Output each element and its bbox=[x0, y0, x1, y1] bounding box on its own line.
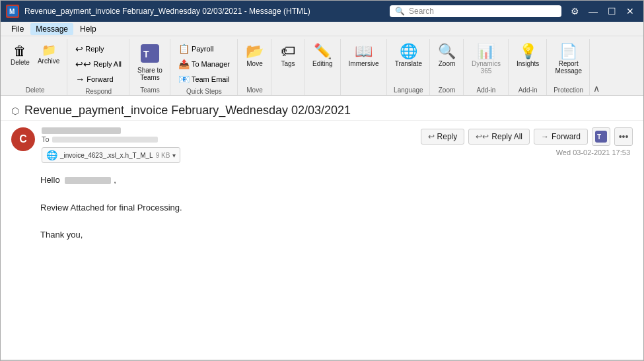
attachment-row: 🌐 _invoice_4623_.xsl_x.h_T_M_L 9 KB ▾ bbox=[42, 147, 180, 163]
email-subject: Revenue_payment_invoice February_Wednesd… bbox=[24, 104, 633, 117]
reply-button[interactable]: ↩ Reply bbox=[421, 129, 465, 145]
email-title-row: ⬡ Revenue_payment_invoice February_Wedne… bbox=[1, 96, 643, 121]
archive-icon: 📁 bbox=[42, 44, 56, 56]
forward-icon: → bbox=[75, 74, 85, 84]
editing-button[interactable]: ✏️ Editing bbox=[309, 42, 336, 70]
title-bar: M Revenue_payment_invoice February_Wedne… bbox=[1, 1, 643, 22]
search-box[interactable]: 🔍 Search bbox=[390, 5, 561, 17]
tags-group-content: 🏷 Tags bbox=[276, 39, 300, 94]
insights-group-content: 💡 Insights bbox=[513, 39, 542, 86]
email-content: ⬡ Revenue_payment_invoice February_Wedne… bbox=[1, 96, 643, 359]
attachment-size: 9 KB bbox=[156, 152, 170, 159]
ribbon-group-immersive: 📖 Immersive bbox=[341, 39, 387, 95]
editing-group-content: ✏️ Editing bbox=[309, 39, 336, 94]
reply-all-icon: ↩↩ bbox=[75, 59, 91, 69]
immersive-group-label bbox=[345, 94, 382, 95]
report-message-icon: 📄 bbox=[559, 44, 577, 59]
ribbon-group-dynamics: 📊 Dynamics365 Add-in bbox=[464, 39, 509, 95]
ribbon-collapse-button[interactable]: ∧ bbox=[590, 82, 602, 95]
insights-group-label: Add-in bbox=[513, 86, 542, 95]
editing-group-label bbox=[309, 94, 336, 95]
teams-reply-button[interactable]: T bbox=[592, 127, 610, 146]
report-message-label: ReportMessage bbox=[555, 60, 582, 75]
move-button[interactable]: 📂 Move bbox=[242, 42, 267, 70]
forward-ribbon-button[interactable]: → Forward bbox=[72, 72, 116, 86]
delete-button[interactable]: 🗑 Delete bbox=[7, 42, 33, 69]
translate-button[interactable]: 🌐 Translate bbox=[392, 42, 425, 70]
teams-icon: T bbox=[141, 44, 159, 65]
svg-text:T: T bbox=[597, 133, 601, 141]
minimize-button[interactable]: — bbox=[585, 3, 601, 19]
zoom-button[interactable]: 🔍 Zoom bbox=[435, 42, 459, 70]
ribbon: 🗑 Delete 📁 Archive Delete ↩ Reply ↩↩ Rep… bbox=[1, 36, 643, 96]
zoom-group-content: 🔍 Zoom bbox=[435, 39, 459, 86]
timestamp: Wed 03-02-2021 17:53 bbox=[556, 148, 633, 156]
forward-button[interactable]: → Forward bbox=[534, 129, 588, 145]
respond-group-content: ↩ Reply ↩↩ Reply All → Forward bbox=[72, 39, 125, 88]
attachment-box[interactable]: 🌐 _invoice_4623_.xsl_x.h_T_M_L 9 KB ▾ bbox=[42, 147, 180, 163]
attachment-dropdown-icon[interactable]: ▾ bbox=[172, 152, 176, 159]
to-manager-icon: 📤 bbox=[178, 59, 190, 69]
window-title: Revenue_payment_invoice February_Wednesd… bbox=[24, 7, 384, 16]
header-meta-right: ↩ Reply ↩↩ Reply All → Forward T ••• Wed… bbox=[421, 127, 633, 156]
teams-label: Share toTeams bbox=[137, 67, 162, 81]
zoom-label: Zoom bbox=[439, 60, 456, 67]
reply-ribbon-label: Reply bbox=[85, 45, 104, 53]
sender-name-row bbox=[42, 127, 180, 134]
dynamics-button[interactable]: 📊 Dynamics365 bbox=[468, 42, 504, 77]
dynamics-group-label: Add-in bbox=[468, 86, 504, 95]
to-manager-label: To Manager bbox=[192, 60, 230, 68]
translate-label: Translate bbox=[395, 60, 422, 67]
email-details: To 🌐 _invoice_4623_.xsl_x.h_T_M_L 9 KB ▾ bbox=[42, 127, 180, 163]
dynamics-label: Dynamics365 bbox=[472, 60, 501, 75]
reply-all-ribbon-label: Reply All bbox=[93, 60, 122, 68]
maximize-button[interactable]: ☐ bbox=[604, 3, 620, 19]
editing-icon: ✏️ bbox=[314, 44, 332, 59]
move-icon: 📂 bbox=[246, 44, 264, 59]
team-email-button[interactable]: 📧 Team Email bbox=[175, 72, 233, 86]
team-email-label: Team Email bbox=[192, 75, 229, 83]
help-icon[interactable]: ⚙ bbox=[567, 3, 583, 19]
reply-ribbon-button[interactable]: ↩ Reply bbox=[72, 42, 107, 56]
insights-icon: 💡 bbox=[519, 44, 537, 59]
archive-button[interactable]: 📁 Archive bbox=[34, 42, 63, 67]
more-options-button[interactable]: ••• bbox=[614, 127, 633, 146]
menu-help[interactable]: Help bbox=[75, 23, 102, 35]
payroll-label: Payroll bbox=[192, 45, 214, 53]
share-to-teams-button[interactable]: T Share toTeams bbox=[134, 42, 166, 84]
quicksteps-group-content: 📋 Payroll 📤 To Manager 📧 Team Email bbox=[175, 39, 233, 88]
insights-button[interactable]: 💡 Insights bbox=[513, 42, 542, 70]
payroll-button[interactable]: 📋 Payroll bbox=[175, 42, 217, 56]
immersive-button[interactable]: 📖 Immersive bbox=[345, 42, 382, 70]
delete-icon: 🗑 bbox=[13, 44, 26, 57]
reply-arrow-icon: ↩ bbox=[428, 132, 435, 141]
to-manager-button[interactable]: 📤 To Manager bbox=[175, 57, 233, 71]
sender-name-placeholder bbox=[42, 127, 121, 134]
dynamics-icon: 📊 bbox=[477, 44, 495, 59]
editing-label: Editing bbox=[312, 60, 333, 67]
ribbon-group-editing: ✏️ Editing bbox=[305, 39, 341, 95]
greeting-text: Hello bbox=[40, 175, 60, 185]
window-controls: ⚙ — ☐ ✕ bbox=[567, 3, 638, 19]
menu-message[interactable]: Message bbox=[30, 23, 73, 35]
reply-all-button[interactable]: ↩↩ Reply All bbox=[468, 129, 530, 145]
recipient-name-placeholder bbox=[65, 177, 111, 184]
delete-group-label: Delete bbox=[7, 86, 63, 95]
email-expand-icon[interactable]: ⬡ bbox=[11, 106, 19, 116]
immersive-icon: 📖 bbox=[355, 44, 373, 59]
teams-group-label: Teams bbox=[134, 86, 166, 95]
svg-text:T: T bbox=[143, 49, 149, 59]
tags-button[interactable]: 🏷 Tags bbox=[276, 42, 300, 70]
ribbon-group-move: 📂 Move Move bbox=[238, 39, 271, 95]
forward-button-label: Forward bbox=[552, 132, 581, 141]
reply-all-ribbon-button[interactable]: ↩↩ Reply All bbox=[72, 57, 125, 71]
report-message-button[interactable]: 📄 ReportMessage bbox=[552, 42, 585, 77]
immersive-group-content: 📖 Immersive bbox=[345, 39, 382, 94]
close-button[interactable]: ✕ bbox=[622, 3, 638, 19]
email-body: Hello , Review Attached for final Proces… bbox=[1, 166, 643, 359]
tags-label: Tags bbox=[281, 60, 295, 67]
body-line2: Thank you, bbox=[40, 228, 604, 242]
menu-file[interactable]: File bbox=[6, 23, 29, 35]
ribbon-group-teams: T Share toTeams Teams bbox=[130, 39, 170, 95]
app-icon: M bbox=[6, 5, 19, 18]
